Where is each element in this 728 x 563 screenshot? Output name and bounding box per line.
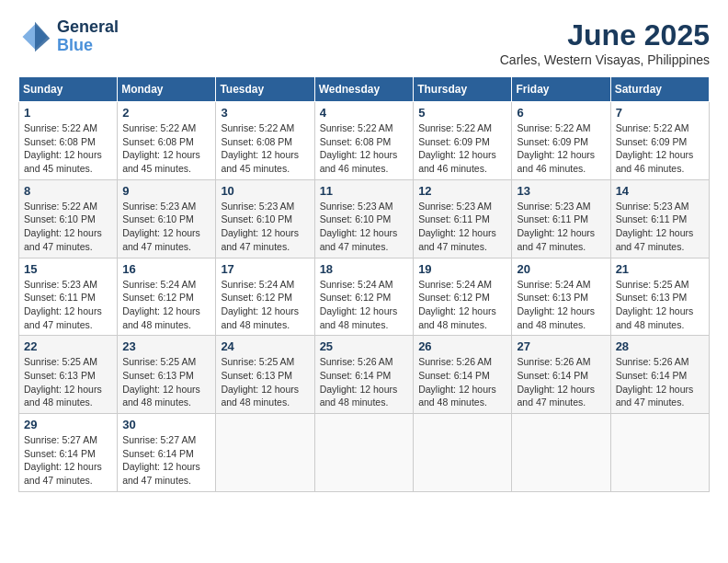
calendar-day-cell: 26 Sunrise: 5:26 AM Sunset: 6:14 PM Dayl… [414, 336, 512, 414]
day-number: 30 [122, 418, 210, 431]
sunset-text: Sunset: 6:12 PM [122, 291, 210, 304]
sunrise-text: Sunrise: 5:27 AM [122, 433, 210, 447]
sunset-text: Sunset: 6:11 PM [24, 291, 112, 304]
sunset-text: Sunset: 6:13 PM [517, 291, 605, 304]
calendar-day-cell: 21 Sunrise: 5:25 AM Sunset: 6:13 PM Dayl… [610, 258, 709, 336]
sunset-text: Sunset: 6:10 PM [320, 213, 409, 226]
calendar-week-row: 8 Sunrise: 5:22 AM Sunset: 6:10 PM Dayli… [19, 179, 710, 258]
day-info: Sunrise: 5:22 AM Sunset: 6:10 PM Dayligh… [24, 200, 112, 254]
daylight-text: Daylight: 12 hours and 46 minutes. [517, 148, 605, 175]
day-number: 7 [616, 106, 704, 120]
day-number: 28 [616, 339, 704, 353]
daylight-text: Daylight: 12 hours and 48 minutes. [320, 383, 409, 409]
daylight-text: Daylight: 12 hours and 47 minutes. [616, 383, 704, 409]
daylight-text: Daylight: 12 hours and 48 minutes. [517, 304, 605, 331]
day-info: Sunrise: 5:22 AM Sunset: 6:08 PM Dayligh… [320, 121, 409, 176]
sunrise-text: Sunrise: 5:22 AM [122, 121, 210, 135]
day-info: Sunrise: 5:23 AM Sunset: 6:10 PM Dayligh… [122, 200, 210, 254]
day-number: 14 [616, 184, 704, 198]
calendar-day-header: Wednesday [314, 77, 414, 102]
location: Carles, Western Visayas, Philippines [500, 52, 710, 67]
calendar-day-cell: 19 Sunrise: 5:24 AM Sunset: 6:12 PM Dayl… [414, 258, 512, 336]
day-number: 2 [122, 106, 210, 120]
calendar-day-header: Monday [118, 77, 216, 102]
calendar-day-cell: 29 Sunrise: 5:27 AM Sunset: 6:14 PM Dayl… [19, 414, 118, 492]
sunset-text: Sunset: 6:09 PM [616, 135, 704, 149]
day-number: 9 [122, 184, 210, 198]
sunrise-text: Sunrise: 5:24 AM [122, 278, 210, 292]
day-info: Sunrise: 5:25 AM Sunset: 6:13 PM Dayligh… [24, 355, 112, 409]
sunset-text: Sunset: 6:11 PM [418, 213, 506, 226]
sunrise-text: Sunrise: 5:22 AM [24, 121, 112, 135]
sunset-text: Sunset: 6:14 PM [616, 369, 704, 383]
daylight-text: Daylight: 12 hours and 48 minutes. [616, 304, 704, 331]
day-number: 16 [122, 262, 210, 276]
sunrise-text: Sunrise: 5:26 AM [517, 355, 605, 369]
calendar-day-cell: 9 Sunrise: 5:23 AM Sunset: 6:10 PM Dayli… [118, 179, 216, 258]
daylight-text: Daylight: 12 hours and 47 minutes. [24, 304, 112, 331]
svg-marker-1 [35, 22, 50, 52]
calendar-week-row: 1 Sunrise: 5:22 AM Sunset: 6:08 PM Dayli… [19, 102, 710, 180]
sunset-text: Sunset: 6:10 PM [122, 213, 210, 226]
day-number: 1 [24, 106, 112, 120]
day-info: Sunrise: 5:23 AM Sunset: 6:11 PM Dayligh… [418, 200, 506, 254]
calendar-day-cell: 30 Sunrise: 5:27 AM Sunset: 6:14 PM Dayl… [118, 414, 216, 492]
sunrise-text: Sunrise: 5:23 AM [122, 200, 210, 213]
sunrise-text: Sunrise: 5:23 AM [418, 200, 506, 213]
day-info: Sunrise: 5:24 AM Sunset: 6:12 PM Dayligh… [122, 278, 210, 332]
day-info: Sunrise: 5:24 AM Sunset: 6:12 PM Dayligh… [221, 278, 309, 332]
sunset-text: Sunset: 6:13 PM [616, 291, 704, 304]
sunrise-text: Sunrise: 5:26 AM [616, 355, 704, 369]
sunset-text: Sunset: 6:08 PM [122, 135, 210, 149]
day-number: 10 [221, 184, 309, 198]
sunrise-text: Sunrise: 5:26 AM [418, 355, 506, 369]
sunrise-text: Sunrise: 5:24 AM [320, 278, 409, 292]
page-header: General Blue June 2025 Carles, Western V… [18, 18, 710, 67]
sunrise-text: Sunrise: 5:23 AM [517, 200, 605, 213]
day-number: 27 [517, 339, 605, 353]
daylight-text: Daylight: 12 hours and 46 minutes. [418, 148, 506, 175]
day-info: Sunrise: 5:22 AM Sunset: 6:08 PM Dayligh… [24, 121, 112, 176]
sunset-text: Sunset: 6:11 PM [517, 213, 605, 226]
daylight-text: Daylight: 12 hours and 48 minutes. [122, 383, 210, 409]
calendar-day-cell: 11 Sunrise: 5:23 AM Sunset: 6:10 PM Dayl… [314, 179, 414, 258]
daylight-text: Daylight: 12 hours and 45 minutes. [221, 148, 309, 175]
sunrise-text: Sunrise: 5:25 AM [221, 355, 309, 369]
daylight-text: Daylight: 12 hours and 47 minutes. [418, 226, 506, 253]
daylight-text: Daylight: 12 hours and 48 minutes. [418, 304, 506, 331]
daylight-text: Daylight: 12 hours and 46 minutes. [320, 148, 409, 175]
sunrise-text: Sunrise: 5:22 AM [24, 200, 112, 213]
calendar-day-cell: 18 Sunrise: 5:24 AM Sunset: 6:12 PM Dayl… [314, 258, 414, 336]
day-number: 4 [320, 106, 409, 120]
day-number: 19 [418, 262, 506, 276]
sunset-text: Sunset: 6:12 PM [320, 291, 409, 304]
calendar-day-cell: 10 Sunrise: 5:23 AM Sunset: 6:10 PM Dayl… [216, 179, 314, 258]
daylight-text: Daylight: 12 hours and 47 minutes. [320, 226, 409, 253]
day-info: Sunrise: 5:24 AM Sunset: 6:12 PM Dayligh… [320, 278, 409, 332]
calendar-day-cell: 25 Sunrise: 5:26 AM Sunset: 6:14 PM Dayl… [314, 336, 414, 414]
calendar-day-cell: 16 Sunrise: 5:24 AM Sunset: 6:12 PM Dayl… [118, 258, 216, 336]
calendar-day-cell: 24 Sunrise: 5:25 AM Sunset: 6:13 PM Dayl… [216, 336, 314, 414]
calendar-day-cell: 2 Sunrise: 5:22 AM Sunset: 6:08 PM Dayli… [118, 102, 216, 180]
day-number: 18 [320, 262, 409, 276]
sunrise-text: Sunrise: 5:22 AM [320, 121, 409, 135]
calendar-day-cell: 4 Sunrise: 5:22 AM Sunset: 6:08 PM Dayli… [314, 102, 414, 180]
day-number: 12 [418, 184, 506, 198]
day-info: Sunrise: 5:26 AM Sunset: 6:14 PM Dayligh… [517, 355, 605, 409]
day-info: Sunrise: 5:22 AM Sunset: 6:09 PM Dayligh… [418, 121, 506, 176]
day-number: 3 [221, 106, 309, 120]
day-info: Sunrise: 5:23 AM Sunset: 6:10 PM Dayligh… [320, 200, 409, 254]
day-info: Sunrise: 5:27 AM Sunset: 6:14 PM Dayligh… [24, 433, 112, 488]
day-info: Sunrise: 5:27 AM Sunset: 6:14 PM Dayligh… [122, 433, 210, 488]
daylight-text: Daylight: 12 hours and 48 minutes. [320, 304, 409, 331]
sunset-text: Sunset: 6:12 PM [418, 291, 506, 304]
calendar-day-cell: 13 Sunrise: 5:23 AM Sunset: 6:11 PM Dayl… [512, 179, 610, 258]
calendar-day-cell: 3 Sunrise: 5:22 AM Sunset: 6:08 PM Dayli… [216, 102, 314, 180]
sunrise-text: Sunrise: 5:22 AM [616, 121, 704, 135]
sunset-text: Sunset: 6:14 PM [122, 447, 210, 461]
daylight-text: Daylight: 12 hours and 47 minutes. [517, 383, 605, 409]
calendar-header-row: SundayMondayTuesdayWednesdayThursdayFrid… [19, 77, 710, 102]
daylight-text: Daylight: 12 hours and 48 minutes. [418, 383, 506, 409]
daylight-text: Daylight: 12 hours and 48 minutes. [122, 304, 210, 331]
calendar-day-cell: 8 Sunrise: 5:22 AM Sunset: 6:10 PM Dayli… [19, 179, 118, 258]
